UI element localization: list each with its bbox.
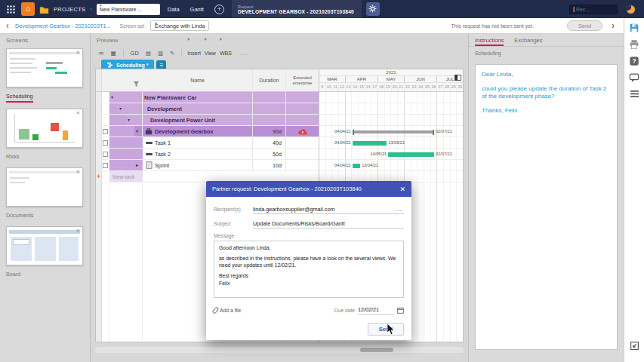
screen-label-risks[interactable]: Risks [6,153,20,161]
recipients-input[interactable]: linda.gearboxsupplier@gmail.com ... [253,204,404,214]
subject-value[interactable]: Update Documents/Risks/Board/Gantt [253,220,404,227]
wbs-menu[interactable]: ▾WBS [220,51,232,56]
send-request-button[interactable]: Send [567,20,602,31]
calendar-icon[interactable] [397,303,404,317]
collapse-icon[interactable]: ▾ [136,129,138,134]
gantt-bar[interactable] [388,152,434,157]
add-task-button[interactable]: + [97,173,100,180]
due-date-value[interactable]: 12/02/21 [358,305,394,314]
format-icon[interactable]: ✎ [168,50,176,57]
collapse-icon[interactable]: ▾ [111,95,113,100]
filter-icon[interactable] [133,81,140,88]
horizontal-scrollbar[interactable] [95,347,464,353]
close-icon[interactable]: ✕ [395,186,405,193]
collapse-panel-icon[interactable] [629,340,640,351]
gantt-bar[interactable] [353,141,387,146]
more-recipients-button[interactable]: ... [393,206,404,213]
table-row[interactable]: Task 2 50d [96,149,319,160]
menu-gantt[interactable]: Gantt [187,6,207,13]
tab-exchanges[interactable]: Exchanges [514,37,542,46]
screen-label-scheduling[interactable]: Scheduling [6,93,33,103]
calendar-view-icon[interactable]: ▤ [144,50,153,57]
gantt-view-icon[interactable]: ▦ [109,50,118,57]
close-icon[interactable]: ✕ [76,228,80,234]
timescale-icon[interactable] [454,70,461,84]
row-checkbox[interactable] [103,163,108,168]
projects-menu[interactable]: PROJECTS [54,6,85,13]
screen-thumbnail-scheduling[interactable]: ✕ [6,48,83,87]
table-row[interactable]: ▾ New Planisware Car [96,92,319,103]
home-icon[interactable]: ⌂ [21,2,35,16]
table-row[interactable]: ▾ Development [96,103,319,115]
menu-icon[interactable] [629,88,640,100]
recipients-value[interactable]: linda.gearboxsupplier@gmail.com [253,206,393,213]
screen-item-scheduling[interactable]: ✕ Scheduling [0,47,90,107]
close-icon[interactable]: ✕ [76,110,80,116]
overflow-menu[interactable]: .... [240,50,250,57]
table-view-icon[interactable]: ▥ [156,50,165,57]
row-checkbox[interactable] [103,140,108,146]
back-button[interactable]: ‹ [6,21,9,30]
table-row[interactable]: Task 1 40d [96,137,319,149]
message-textarea[interactable]: Good afternoon Linda, as described in th… [214,241,404,298]
workspace-dropdown[interactable]: New Planisware ... ▾ [97,4,160,15]
instruction-line: Thanks, Felix [482,107,611,115]
forward-button[interactable]: › [612,20,615,31]
add-tab-button[interactable]: + [214,5,224,14]
subject-input[interactable]: Update Documents/Risks/Board/Gantt [253,219,404,229]
close-icon[interactable]: ✕ [76,50,80,56]
timeline-year: 2021 [319,69,463,76]
tab-instructions[interactable]: Instructions [475,37,504,46]
duration-cell [252,115,285,125]
expand-icon[interactable]: ▸ [136,163,138,168]
row-checkbox[interactable] [103,129,108,134]
moon-icon[interactable] [627,5,635,14]
print-icon[interactable] [629,38,640,50]
search-input[interactable] [576,7,614,12]
add-file-button[interactable]: Add a file [214,307,241,314]
screen-item-documents[interactable]: ✕ Documents [0,166,90,225]
gantt-row: 04/04/2113/05/21 [319,137,463,149]
extended-enterprise-cloud-icon[interactable] [297,128,307,137]
subject-field: Subject Update Documents/Risks/Board/Gan… [214,219,404,229]
gantt-bar[interactable] [353,164,360,168]
outline-icon[interactable]: ≔ [97,50,106,57]
thumb-sketch [13,239,29,245]
save-icon[interactable] [629,22,640,33]
send-row: Send [214,323,404,336]
collapse-icon[interactable]: ▾ [128,118,130,123]
apps-grid-icon[interactable] [5,3,17,15]
screen-thumbnail-risks[interactable]: ✕ [6,109,83,148]
gd-badge[interactable]: GD [129,50,140,57]
request-tab[interactable]: Request DEVELOPMENT GEARBOX - 20210203T1… [232,0,362,18]
screen-label-board[interactable]: Board [6,271,20,279]
gantt-start-label: 04/04/21 [333,140,353,145]
screen-set-select[interactable]: Exchange with Linda ▾ [150,20,209,31]
dialog-send-button[interactable]: Send [368,323,404,336]
row-checkbox[interactable] [103,152,108,157]
screen-thumbnail-documents[interactable]: ✕ [6,167,83,207]
table-row[interactable]: ▸ Sprint 10d [96,160,319,171]
view-menu[interactable]: ▾View [205,51,216,56]
help-icon[interactable]: ? [629,55,640,66]
collapse-icon[interactable]: ▾ [119,106,122,112]
scrollbar-thumb[interactable] [360,348,393,352]
breadcrumb[interactable]: Development Gearbox - 20210203T1... [15,23,111,29]
new-task-placeholder[interactable]: New task [112,173,135,180]
screen-item-board[interactable]: ✕ Board [0,225,90,284]
screen-thumbnail-board[interactable]: ✕ [6,226,83,265]
screen-label-documents[interactable]: Documents [6,212,33,220]
close-icon[interactable]: ✕ [76,169,80,175]
gantt-bar[interactable] [353,130,434,133]
table-row[interactable]: ▾ Development Power Unit [96,115,319,126]
hierarchy-band [109,115,118,125]
screen-item-risks[interactable]: ✕ Risks [0,107,90,166]
folder-icon[interactable] [39,5,49,14]
settings-tile[interactable] [366,2,380,16]
chat-icon[interactable] [629,72,640,83]
table-row-selected[interactable]: ▾ Development Gearbox 90d [96,126,319,137]
insert-menu[interactable]: ▾Insert [187,51,201,56]
menu-data[interactable]: Data [165,6,183,13]
chevron-down-icon: ▾ [155,21,157,26]
search-box[interactable]: | [569,5,618,14]
